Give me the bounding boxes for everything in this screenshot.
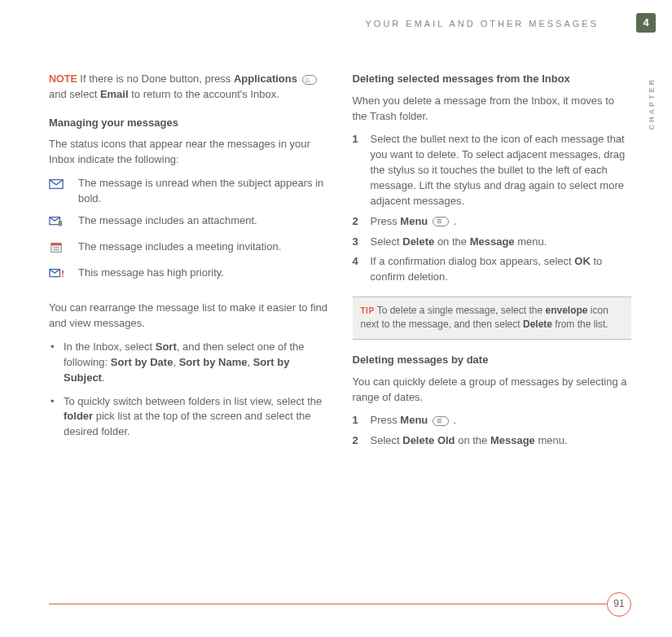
icon-row-attachment: The message includes an attachment. — [49, 213, 328, 233]
chapter-number-badge: 4 — [636, 13, 656, 33]
applications-icon — [302, 75, 317, 85]
managing-title: Managing your messages — [49, 116, 328, 131]
step: 1Press Menu . — [353, 413, 632, 428]
step: 2Press Menu . — [353, 214, 632, 230]
rearrange-intro: You can rearrange the message list to ma… — [49, 301, 328, 332]
priority-icon: ! — [49, 266, 67, 285]
delete-date-steps: 1Press Menu . 2Select Delete Old on the … — [353, 413, 632, 449]
svg-rect-2 — [59, 221, 63, 226]
delete-selected-intro: When you delete a message from the Inbox… — [353, 94, 632, 125]
chapter-label: CHAPTER — [647, 77, 657, 130]
delete-date-title: Deleting messages by date — [353, 353, 632, 368]
unread-icon — [49, 176, 67, 195]
tip-box: TIP To delete a single message, select t… — [353, 297, 632, 340]
page-footer: 91 — [49, 604, 631, 617]
icon-row-unread: The message is unread when the subject a… — [49, 176, 328, 207]
breadcrumb: YOUR EMAIL AND OTHER MESSAGES — [366, 19, 599, 29]
attachment-icon — [49, 213, 67, 233]
icon-row-meeting: The message includes a meeting invitatio… — [49, 239, 328, 259]
right-column: Deleting selected messages from the Inbo… — [353, 72, 632, 454]
step: 2Select Delete Old on the Message menu. — [353, 433, 632, 449]
page-number: 91 — [607, 592, 631, 617]
menu-icon — [433, 416, 449, 426]
step: 1Select the bullet next to the icon of e… — [353, 132, 632, 209]
meeting-icon — [49, 239, 67, 259]
bullet-sort: In the Inbox, select Sort, and then sele… — [49, 340, 328, 386]
delete-selected-steps: 1Select the bullet next to the icon of e… — [353, 132, 632, 285]
note-paragraph: NOTE If there is no Done button, press A… — [49, 72, 328, 103]
page-header: YOUR EMAIL AND OTHER MESSAGES — [49, 18, 631, 31]
delete-selected-title: Deleting selected messages from the Inbo… — [353, 72, 632, 87]
menu-icon — [433, 217, 449, 226]
managing-intro: The status icons that appear near the me… — [49, 137, 328, 168]
delete-date-intro: You can quickly delete a group of messag… — [353, 375, 632, 406]
content-columns: NOTE If there is no Done button, press A… — [49, 72, 631, 454]
bullet-folder: To quickly switch between folders in lis… — [49, 394, 328, 441]
svg-rect-4 — [51, 243, 62, 245]
note-label: NOTE — [49, 73, 77, 85]
rearrange-bullets: In the Inbox, select Sort, and then sele… — [49, 340, 328, 440]
icon-row-priority: ! This message has high priority. — [49, 266, 328, 285]
step: 3Select Delete on the Message menu. — [353, 235, 632, 250]
tip-label: TIP — [361, 306, 375, 315]
svg-text:!: ! — [61, 268, 64, 278]
step: 4If a confirmation dialog box appears, s… — [353, 254, 632, 285]
left-column: NOTE If there is no Done button, press A… — [49, 72, 328, 454]
